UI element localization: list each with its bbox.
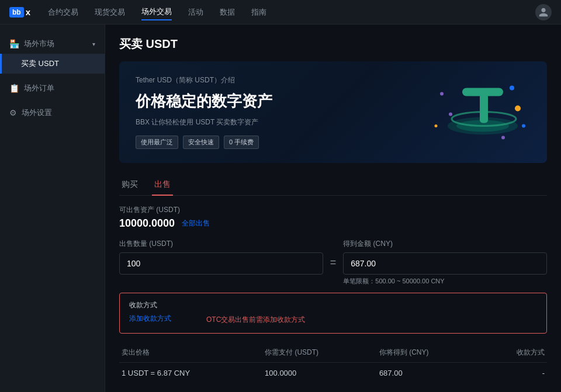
- banner-tag-fee: 0 手续费: [224, 136, 259, 149]
- sidebar-section-market: 🏪 场外市场 ▾ 买卖 USDT: [0, 34, 105, 74]
- svg-point-8: [449, 113, 452, 116]
- svg-point-7: [515, 106, 521, 112]
- nav-item-guide[interactable]: 指南: [251, 5, 266, 20]
- col-payment-method: 收款方式: [483, 343, 547, 363]
- nav-item-spot[interactable]: 现货交易: [95, 5, 125, 20]
- sidebar: 🏪 场外市场 ▾ 买卖 USDT 📋 场外订单 ⚙ 场外设置: [0, 25, 105, 392]
- banner: Tether USD（简称 USDT）介绍 价格稳定的数字资产 BBX 让你轻松…: [119, 61, 547, 163]
- market-icon: 🏪: [9, 39, 19, 48]
- sell-qty-label: 出售数量 (USDT): [119, 239, 323, 249]
- sidebar-settings-label: 场外设置: [22, 107, 52, 118]
- range-hint: 单笔限额：500.00 ~ 50000.00 CNY: [343, 277, 547, 286]
- available-label: 可出售资产 (USDT): [119, 205, 547, 215]
- main-layout: 🏪 场外市场 ▾ 买卖 USDT 📋 场外订单 ⚙ 场外设置: [0, 25, 561, 392]
- svg-point-6: [510, 86, 514, 91]
- col-receive-cny: 你将得到 (CNY): [377, 343, 483, 363]
- svg-point-5: [440, 92, 444, 96]
- svg-point-9: [522, 124, 525, 128]
- settings-icon: ⚙: [9, 108, 17, 117]
- form-row-amounts: 出售数量 (USDT) = 得到金额 (CNY) 单笔限额：500.00 ~ 5…: [119, 239, 547, 286]
- available-amount: 10000.0000 全部出售: [119, 217, 547, 230]
- sidebar-header-orders[interactable]: 📋 场外订单: [0, 78, 105, 98]
- svg-rect-3: [480, 94, 488, 123]
- receive-label: 得到金额 (CNY): [343, 239, 547, 249]
- equals-sign: =: [330, 239, 337, 269]
- nav-item-data[interactable]: 数据: [220, 5, 235, 20]
- sell-all-link[interactable]: 全部出售: [182, 218, 210, 228]
- nav-items: 合约交易 现货交易 场外交易 活动 数据 指南: [48, 4, 535, 20]
- banner-tag-popular: 使用最广泛: [136, 136, 178, 149]
- orders-icon: 📋: [9, 84, 19, 93]
- payment-warning: OTC交易出售前需添加收款方式: [206, 315, 305, 325]
- sidebar-orders-label: 场外订单: [24, 83, 54, 93]
- col-sell-price: 卖出价格: [119, 343, 262, 363]
- nav-item-contract[interactable]: 合约交易: [48, 5, 78, 20]
- nav-item-activity[interactable]: 活动: [188, 5, 203, 20]
- receive-input[interactable]: [343, 252, 547, 275]
- svg-point-11: [501, 136, 505, 140]
- tabs: 购买 出售: [119, 175, 547, 196]
- col-pay-usdt: 你需支付 (USDT): [262, 343, 377, 363]
- summary-table: 卖出价格 你需支付 (USDT) 你将得到 (CNY) 收款方式 1 USDT …: [119, 343, 547, 383]
- sidebar-market-label: 场外市场: [24, 39, 54, 49]
- payment-title: 收款方式: [129, 300, 537, 310]
- cell-receive: 687.00: [377, 363, 483, 384]
- logo[interactable]: bb x: [9, 7, 30, 18]
- cell-price: 1 USDT = 6.87 CNY: [119, 363, 262, 384]
- payment-section: 收款方式 添加收款方式 OTC交易出售前需添加收款方式: [119, 293, 547, 334]
- logo-text: x: [26, 7, 30, 17]
- nav-item-otc[interactable]: 场外交易: [141, 4, 172, 20]
- receive-group: 得到金额 (CNY) 单笔限额：500.00 ~ 50000.00 CNY: [343, 239, 547, 286]
- avatar[interactable]: [535, 4, 552, 20]
- main-content: 买卖 USDT Tether USD（简称 USDT）介绍 价格稳定的数字资产 …: [105, 25, 561, 392]
- cell-pay: 100.0000: [262, 363, 377, 384]
- cell-method: -: [483, 363, 547, 384]
- payment-add-link[interactable]: 添加收款方式: [129, 314, 171, 324]
- chevron-down-icon: ▾: [92, 41, 95, 47]
- available-value: 10000.0000: [119, 217, 175, 230]
- sidebar-header-market[interactable]: 🏪 场外市场 ▾: [0, 34, 105, 54]
- page-title: 买卖 USDT: [119, 36, 547, 52]
- tab-buy[interactable]: 购买: [119, 175, 140, 196]
- sidebar-header-settings[interactable]: ⚙ 场外设置: [0, 103, 105, 123]
- tab-sell[interactable]: 出售: [152, 175, 173, 196]
- sell-qty-group: 出售数量 (USDT): [119, 239, 323, 275]
- top-nav: bb x 合约交易 现货交易 场外交易 活动 数据 指南: [0, 0, 561, 25]
- sidebar-section-orders: 📋 场外订单: [0, 78, 105, 98]
- table-row: 1 USDT = 6.87 CNY 100.0000 687.00 -: [119, 363, 547, 384]
- logo-box: bb: [9, 7, 24, 18]
- sidebar-item-buy-sell-usdt[interactable]: 买卖 USDT: [0, 54, 105, 74]
- sell-qty-input[interactable]: [119, 252, 323, 275]
- banner-tag-secure: 安全快速: [183, 136, 219, 149]
- form-section: 可出售资产 (USDT) 10000.0000 全部出售 出售数量 (USDT)…: [119, 205, 547, 392]
- tether-graphic: [418, 74, 529, 151]
- svg-point-10: [435, 124, 438, 127]
- sidebar-section-settings: ⚙ 场外设置: [0, 103, 105, 123]
